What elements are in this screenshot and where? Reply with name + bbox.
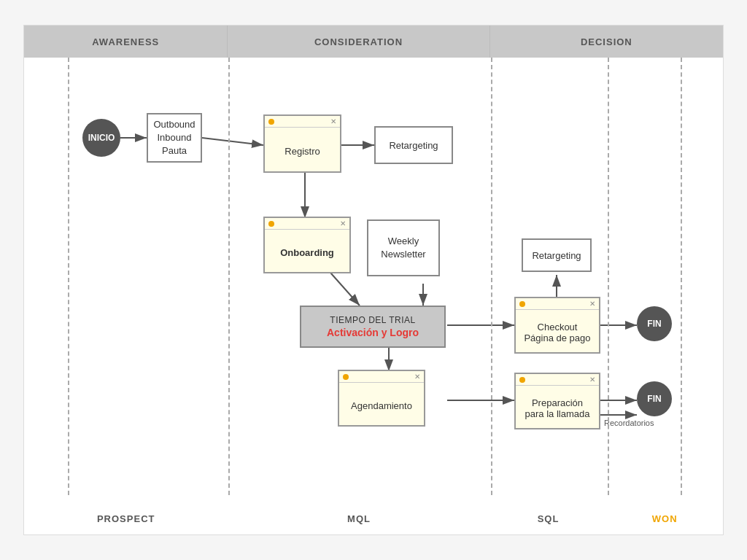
onboarding-close: ✕: [340, 219, 346, 228]
dot1: [268, 119, 274, 125]
won-label: WON: [606, 513, 723, 524]
outbound-node: OutboundInboundPauta: [147, 113, 202, 163]
agendamiento-content: Agendamiento: [347, 386, 417, 425]
retargeting1-node: Retargeting: [374, 126, 453, 164]
preparacion-dots: [519, 377, 525, 383]
divider-right: [681, 58, 682, 495]
onboarding-dots: [268, 221, 274, 227]
trial-node: TIEMPO DEL TRIAL Activación y Logro: [300, 306, 446, 348]
sql-label: SQL: [490, 513, 607, 524]
dot3: [343, 374, 349, 380]
checkout-close: ✕: [589, 300, 595, 308]
agendamiento-dots: [343, 374, 349, 380]
inicio-node: INICIO: [82, 119, 120, 157]
trial-subtitle: Activación y Logro: [327, 327, 419, 338]
svg-line-5: [330, 273, 360, 306]
registro-content: Registro: [280, 131, 324, 171]
preparacion-content: Preparaciónpara la llamada: [521, 389, 595, 428]
onboarding-content: Onboarding: [276, 233, 338, 272]
registro-node: ✕ Registro: [263, 114, 341, 173]
divider-awareness-consideration: [228, 58, 230, 495]
fin1-node: FIN: [637, 306, 672, 341]
registro-close: ✕: [330, 117, 336, 125]
preparacion-close: ✕: [589, 376, 595, 384]
mql-label: MQL: [228, 513, 489, 524]
fin2-node: FIN: [637, 381, 672, 416]
bottom-labels: PROSPECT MQL SQL WON: [24, 495, 723, 527]
registro-titlebar: ✕: [265, 116, 340, 128]
agendamiento-titlebar: ✕: [339, 371, 424, 383]
preparacion-titlebar: ✕: [516, 374, 599, 386]
divider-consideration-decision: [491, 58, 492, 495]
awareness-header: AWARENESS: [24, 26, 228, 58]
checkout-node: ✕ CheckoutPágina de pago: [514, 297, 600, 354]
arrows-svg: [24, 58, 723, 495]
dot5: [519, 377, 525, 383]
diagram-container: AWARENESS CONSIDERATION DECISION: [23, 25, 724, 535]
consideration-header: CONSIDERATION: [228, 26, 489, 58]
phase-headers: AWARENESS CONSIDERATION DECISION: [24, 26, 723, 58]
agendamiento-close: ✕: [414, 373, 420, 381]
preparacion-node: ✕ Preparaciónpara la llamada: [514, 373, 600, 429]
divider-sql-won: [608, 58, 609, 495]
decision-header: DECISION: [490, 26, 723, 58]
checkout-content: CheckoutPágina de pago: [519, 313, 595, 352]
agendamiento-node: ✕ Agendamiento: [338, 370, 425, 427]
divider-left: [68, 58, 69, 495]
dot2: [268, 221, 274, 227]
prospect-label: PROSPECT: [24, 513, 228, 524]
trial-title: TIEMPO DEL TRIAL: [330, 315, 415, 325]
flow-area: INICIO OutboundInboundPauta ✕ Registro R…: [24, 58, 723, 495]
retargeting2-node: Retargeting: [522, 238, 592, 272]
checkout-titlebar: ✕: [516, 298, 599, 310]
registro-dots: [268, 119, 274, 125]
checkout-dots: [519, 301, 525, 307]
onboarding-node: ✕ Onboarding: [263, 217, 351, 273]
svg-line-2: [202, 138, 263, 145]
dot4: [519, 301, 525, 307]
weekly-node: WeeklyNewsletter: [367, 219, 440, 276]
onboarding-titlebar: ✕: [265, 218, 349, 230]
recordatorios-label: Recordatorios: [604, 419, 654, 427]
